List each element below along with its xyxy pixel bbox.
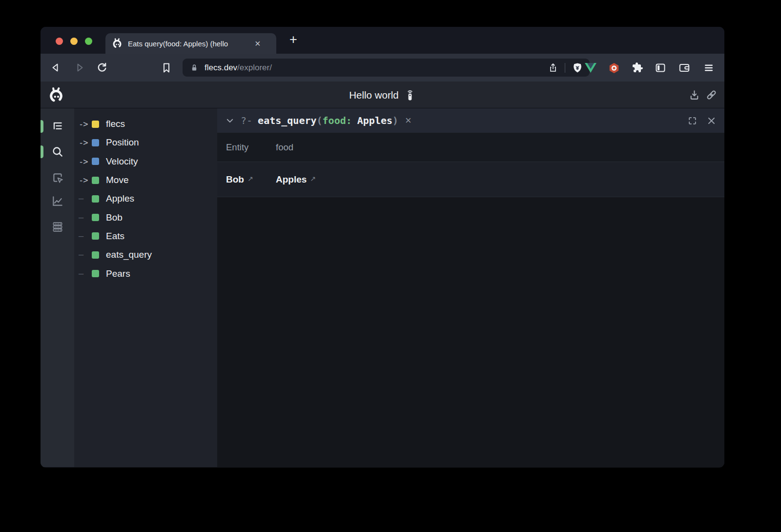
world-title: Hello world: [349, 89, 398, 101]
remote-connection-icon[interactable]: [404, 89, 416, 102]
expand-arrow-icon[interactable]: ->: [79, 175, 92, 185]
forward-icon: [78, 64, 82, 71]
tree-item-move[interactable]: -> Move: [74, 171, 217, 189]
browser-menu-button[interactable]: [703, 62, 715, 74]
expand-arrow-icon[interactable]: ->: [79, 138, 92, 147]
inspect-tab[interactable]: [51, 171, 64, 184]
toolbar-divider: [565, 63, 565, 73]
tree-item-bob[interactable]: — Bob: [74, 208, 217, 226]
share-icon: [548, 62, 558, 73]
entity-color-swatch: [92, 214, 99, 221]
hamburger-menu-icon: [703, 62, 715, 74]
browser-toolbar: flecs.dev/explorer/: [41, 54, 724, 82]
memory-rows-icon: [51, 221, 64, 233]
tree-icon: [51, 120, 64, 133]
table-row: Bob↗ Apples↗: [217, 162, 724, 197]
column-header-food: food: [276, 142, 293, 153]
inspect-cursor-icon: [51, 171, 64, 184]
cell-entity: Bob↗: [226, 174, 276, 185]
tree-item-velocity[interactable]: -> Velocity: [74, 152, 217, 171]
entity-color-swatch: [92, 270, 99, 277]
bookmark-icon: [164, 64, 169, 72]
back-icon: [53, 64, 58, 71]
column-header-entity: Entity: [226, 142, 276, 153]
zoom-window-button[interactable]: [85, 38, 92, 45]
back-button[interactable]: [50, 62, 62, 74]
reload-icon: [96, 62, 108, 74]
query-panel-header: ?- eats_query(food:Apples) ×: [217, 108, 724, 133]
download-world-button[interactable]: [688, 89, 700, 101]
vue-devtools-extension-button[interactable]: [585, 62, 596, 74]
link-icon: [705, 89, 718, 101]
query-expression: eats_query(food:Apples): [258, 115, 398, 126]
leaf-dash-icon: —: [79, 250, 92, 260]
reload-button[interactable]: [96, 62, 108, 74]
flecs-favicon: [111, 38, 123, 49]
puzzle-icon: [632, 62, 643, 74]
download-icon: [688, 89, 700, 101]
empty-results-area: [217, 197, 724, 467]
copy-link-button[interactable]: [705, 89, 718, 101]
hexagon-extension-icon: [608, 62, 620, 74]
clear-query-icon[interactable]: ×: [405, 116, 411, 125]
left-icon-rail: [41, 108, 74, 467]
leaf-dash-icon: —: [79, 231, 92, 241]
module-color-swatch: [92, 121, 99, 128]
tab-strip: Eats query(food: Apples) (hello × +: [41, 27, 724, 54]
entity-color-swatch: [92, 177, 99, 184]
chevron-down-icon[interactable]: [226, 116, 234, 125]
tab-close-icon[interactable]: ×: [255, 39, 261, 48]
cell-food: Apples↗: [276, 174, 316, 185]
brave-shields-button[interactable]: [572, 62, 583, 74]
results-table-header: Entity food: [217, 133, 724, 162]
vue-icon: [585, 62, 596, 73]
wallet-button[interactable]: [678, 62, 690, 74]
window-controls: [56, 38, 92, 45]
wallet-icon: [678, 62, 690, 74]
address-bar[interactable]: flecs.dev/explorer/: [183, 59, 590, 77]
close-window-button[interactable]: [56, 38, 63, 45]
tree-item-pears[interactable]: — Pears: [74, 264, 217, 283]
external-link-icon[interactable]: ↗: [247, 175, 253, 183]
stats-tab[interactable]: [51, 195, 64, 207]
component-color-swatch: [92, 158, 99, 165]
url-text: flecs.dev/explorer/: [205, 63, 272, 73]
share-button[interactable]: [548, 62, 558, 73]
external-link-icon[interactable]: ↗: [310, 175, 316, 183]
browser-tab[interactable]: Eats query(food: Apples) (hello ×: [105, 33, 276, 54]
tree-panel-active-indicator: [41, 120, 43, 133]
url-domain: flecs.dev: [205, 63, 237, 72]
memory-tab[interactable]: [51, 221, 64, 233]
tree-item-flecs[interactable]: -> flecs: [74, 115, 217, 133]
tree-item-position[interactable]: -> Position: [74, 133, 217, 152]
leaf-dash-icon: —: [79, 194, 92, 204]
close-panel-icon[interactable]: [707, 116, 716, 125]
brave-shield-icon: [572, 62, 583, 74]
query-search-tab[interactable]: [51, 145, 64, 158]
bookmark-button[interactable]: [161, 62, 172, 74]
lock-icon: [189, 63, 199, 73]
new-tab-button[interactable]: +: [286, 31, 301, 48]
browser-window: Eats query(food: Apples) (hello × + fl: [41, 27, 724, 468]
component-color-swatch: [92, 139, 99, 146]
expand-arrow-icon[interactable]: ->: [79, 119, 92, 129]
sidebar-icon: [655, 62, 666, 74]
tree-item-apples[interactable]: — Apples: [74, 189, 217, 208]
forward-button[interactable]: [73, 62, 85, 74]
extensions-button[interactable]: [632, 62, 643, 74]
hexagon-extension-button[interactable]: [608, 62, 620, 74]
entity-color-swatch: [92, 232, 99, 240]
minimize-window-button[interactable]: [70, 38, 78, 45]
expand-arrow-icon[interactable]: ->: [79, 157, 92, 166]
tree-item-eats-query[interactable]: — eats_query: [74, 246, 217, 264]
query-panel-active-indicator: [41, 145, 43, 158]
fullscreen-icon[interactable]: [688, 116, 697, 125]
entity-tree-panel: -> flecs -> Position -> Velocity -> Move…: [74, 108, 217, 467]
entity-color-swatch: [92, 251, 99, 259]
entity-tree-tab[interactable]: [51, 120, 64, 133]
url-path: /explorer/: [237, 63, 272, 72]
tree-item-eats[interactable]: — Eats: [74, 227, 217, 246]
sidebar-toggle-button[interactable]: [655, 62, 666, 74]
query-panel: ?- eats_query(food:Apples) ×: [217, 108, 724, 467]
leaf-dash-icon: —: [79, 269, 92, 279]
